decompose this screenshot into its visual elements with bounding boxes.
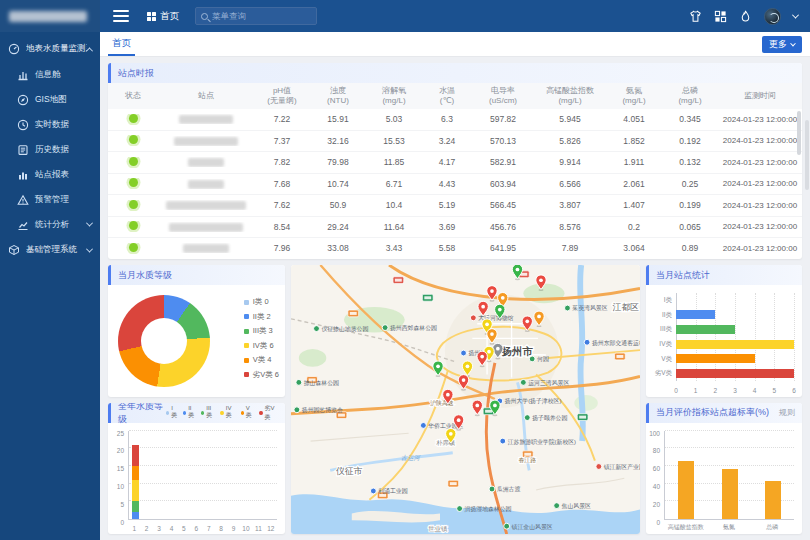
donut-chart[interactable]	[118, 295, 210, 387]
search-icon	[201, 13, 208, 20]
bar[interactable]	[678, 461, 694, 519]
x-tick: 10	[242, 525, 249, 532]
sidebar-system-0[interactable]: 地表水质量监测系统	[0, 36, 100, 62]
sidebar-item-预警管理[interactable]: 预警管理	[0, 187, 100, 212]
bar[interactable]	[676, 354, 755, 363]
legend-item[interactable]: I类 0	[244, 297, 279, 307]
poi-blue-marker[interactable]	[584, 339, 590, 345]
legend-item[interactable]: II类 2	[244, 312, 279, 322]
exceed-rate-chart[interactable]: 020406080100高锰酸盐指数氨氮总磷	[646, 423, 802, 535]
category-label: IV类	[648, 340, 672, 349]
legend-item[interactable]: II类	[183, 405, 196, 420]
legend-item[interactable]: III类	[201, 405, 216, 420]
x-tick: 0	[674, 387, 678, 394]
home-grid-icon	[147, 12, 156, 21]
search-input[interactable]	[212, 11, 311, 21]
poi-green-marker[interactable]	[520, 379, 526, 385]
legend-item[interactable]: V类 4	[244, 355, 279, 365]
sidebar-system-1[interactable]: 基础管理系统	[0, 237, 100, 263]
bar[interactable]	[676, 340, 794, 349]
value-cell: 4.43	[422, 179, 472, 189]
legend-item[interactable]: III类 3	[244, 326, 279, 336]
stacked-bar[interactable]	[132, 445, 139, 519]
sidebar-item-实时数据[interactable]: 实时数据	[0, 112, 100, 137]
theme-shirt-icon[interactable]	[689, 10, 702, 23]
bar[interactable]	[676, 369, 794, 378]
poi-green-marker[interactable]	[382, 325, 388, 331]
legend-item[interactable]: V类	[241, 405, 255, 420]
poi-green-marker[interactable]	[314, 326, 320, 332]
breadcrumb[interactable]: 首页	[147, 10, 179, 23]
legend-item[interactable]: IV类 6	[244, 341, 279, 351]
poi-green-marker[interactable]	[489, 486, 495, 492]
gridline	[676, 293, 677, 381]
gis-map[interactable]: 江都区仪征市扬州西郊森林公园仪征捺山地质公园捺山森林公园扬州园艺博览会运河三湾风…	[291, 265, 640, 534]
bar[interactable]	[765, 481, 781, 519]
poi-green-marker[interactable]	[457, 506, 463, 512]
sidebar-item-站点报表[interactable]: 站点报表	[0, 162, 100, 187]
poi-green-marker[interactable]	[554, 503, 560, 509]
road-shield-number	[395, 279, 402, 282]
sidebar-item-历史数据[interactable]: 历史数据	[0, 137, 100, 162]
monthly-station-chart[interactable]: 0123456I类II类III类IV类V类劣V类	[646, 285, 802, 397]
user-menu-chevron-icon[interactable]	[792, 11, 799, 18]
bar[interactable]	[676, 310, 715, 319]
pin-dot	[466, 364, 470, 368]
pin-dot	[501, 296, 505, 300]
sidebar-item-统计分析[interactable]: 统计分析	[0, 212, 100, 237]
page-scrollbar[interactable]	[805, 120, 809, 190]
poi-green-marker[interactable]	[565, 305, 571, 311]
table-row[interactable]: 7.8279.9811.854.17582.919.9141.9110.1322…	[108, 152, 802, 174]
table-row[interactable]: 7.3732.1615.533.24570.135.8261.8520.1922…	[108, 131, 802, 153]
legend-item[interactable]: 劣V类 6	[244, 370, 279, 380]
bar[interactable]	[676, 325, 735, 334]
map-panel[interactable]: 江都区仪征市扬州西郊森林公园仪征捺山地质公园捺山森林公园扬州园艺博览会运河三湾风…	[291, 265, 640, 534]
status-cell	[108, 157, 158, 168]
table-row[interactable]: 8.5429.2411.643.69456.768.5760.20.065202…	[108, 217, 802, 239]
bar[interactable]	[722, 469, 738, 519]
poi-green-marker[interactable]	[524, 415, 530, 421]
flame-icon[interactable]	[739, 10, 752, 23]
exceed-plot	[664, 431, 794, 521]
compass-icon	[17, 94, 29, 106]
poi-blue-marker[interactable]	[370, 488, 376, 494]
road-shield-number	[524, 453, 531, 456]
layout-icon[interactable]	[714, 10, 727, 23]
menu-search[interactable]	[195, 7, 317, 25]
poi-label: 利涌工业园	[378, 487, 407, 495]
category-label: I类	[648, 296, 672, 305]
poi-blue-marker[interactable]	[461, 350, 467, 356]
sidebar-item-GIS地图[interactable]: GIS地图	[0, 87, 100, 112]
panel-title: 当月站点统计	[656, 269, 710, 282]
table-row[interactable]: 7.9633.083.435.58641.957.893.0640.892024…	[108, 238, 802, 259]
poi-green-marker[interactable]	[294, 407, 300, 413]
alert-icon	[17, 194, 29, 206]
poi-red-marker[interactable]	[596, 464, 602, 470]
legend-item[interactable]: 劣V类	[259, 404, 278, 422]
pin-dot	[490, 289, 494, 293]
x-tick: 高锰酸盐指数	[668, 523, 704, 532]
legend-item[interactable]: IV类	[220, 405, 235, 420]
table-scrollbar[interactable]	[797, 111, 801, 155]
poi-blue-marker[interactable]	[420, 422, 426, 428]
road-shield-number	[450, 482, 457, 485]
tab-home[interactable]: 首页	[108, 32, 135, 56]
table-row[interactable]: 7.6250.910.45.19566.453.8071.4070.199202…	[108, 195, 802, 217]
poi-red-marker[interactable]	[470, 315, 476, 321]
poi-green-marker[interactable]	[504, 523, 510, 529]
y-tick: 20	[108, 447, 124, 454]
poi-label: 仪征捺山地质公园	[321, 325, 368, 333]
legend-item[interactable]: I类	[166, 405, 178, 420]
poi-green-marker[interactable]	[296, 379, 302, 385]
history-icon	[17, 144, 29, 156]
more-button[interactable]: 更多	[762, 36, 802, 53]
poi-blue-marker[interactable]	[500, 438, 506, 444]
menu-collapse-icon[interactable]	[113, 7, 129, 25]
table-row[interactable]: 7.2215.915.036.3597.825.9454.0510.345202…	[108, 109, 802, 131]
sidebar-item-信息舱[interactable]: 信息舱	[0, 62, 100, 87]
avatar[interactable]	[764, 8, 781, 25]
pin-dot	[446, 393, 450, 397]
annual-grade-chart[interactable]: 0510152025123456789101112	[108, 423, 285, 535]
table-row[interactable]: 7.6810.746.714.43603.946.5662.0610.25202…	[108, 174, 802, 196]
rules-link[interactable]: 规则	[779, 407, 795, 418]
